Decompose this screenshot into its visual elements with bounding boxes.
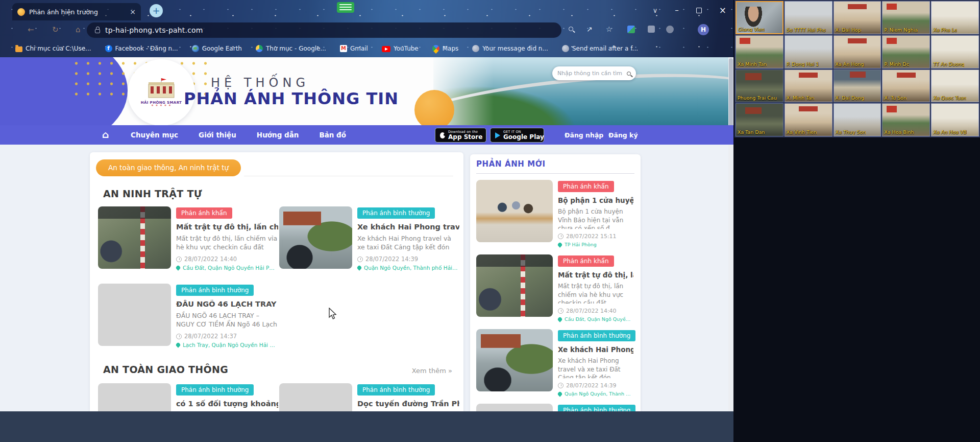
report-card[interactable]: Phản ánh bình thường ĐẦU NGÕ 46 LẠCH TRA… — [98, 284, 279, 348]
new-report-card[interactable]: Phản ánh bình thường ĐẦU NGÕ 46 LẠCH... — [476, 404, 634, 411]
translate-extension-icon[interactable] — [627, 26, 635, 33]
video-tile[interactable]: Xa Thuy Son — [834, 103, 881, 136]
video-tile[interactable]: Xa An Hoa VB — [931, 103, 979, 136]
bookmark-item[interactable]: Google Earth — [192, 45, 242, 52]
bookmark-star-icon[interactable]: ☆ — [606, 25, 612, 33]
report-title[interactable]: Xe khách Hai Phong... — [558, 345, 633, 354]
video-tile[interactable]: X. Dai Hop — [834, 1, 881, 34]
window-chevron-icon[interactable]: ∨ — [653, 7, 658, 14]
bookmark-item[interactable]: Chỉ mục của C:\Use... — [15, 45, 91, 52]
tab-close-icon[interactable]: × — [130, 8, 136, 16]
report-description: Mất trật tự đô thị, lấn chiếm vỉa hè khu… — [176, 234, 278, 251]
see-more-link[interactable]: Xem thêm » — [412, 367, 452, 375]
reload-icon[interactable]: ↻ — [52, 25, 59, 34]
report-description: Mất trật tự đô thị, lấn chiếm vỉa hè khu… — [558, 282, 633, 304]
video-tile[interactable]: So TTTT Hai Pho — [785, 1, 832, 34]
new-report-card[interactable]: Phản ánh khẩn Bộ phận 1 cửa huyện Vĩ... … — [476, 180, 634, 247]
new-report-card[interactable]: Phản ánh bình thường Xe khách Hai Phong.… — [476, 329, 634, 397]
video-tile[interactable]: Xa Tan Dan — [736, 103, 783, 136]
new-report-card[interactable]: Phản ánh khẩn Mất trật tự đô thị, lấn...… — [476, 254, 634, 322]
chip-divider — [244, 176, 453, 176]
video-tile[interactable]: X. Tu Son — [882, 69, 930, 103]
participant-name-label: Xa Thuy Son — [836, 129, 866, 135]
site-search-input[interactable] — [557, 70, 623, 77]
video-tile[interactable]: P. Niem Nghia — [882, 1, 930, 34]
browser-tab[interactable]: Phản ánh hiện trường × — [12, 3, 141, 20]
video-tile[interactable]: Xa Hoa Binh — [882, 103, 930, 136]
bookmark-item[interactable]: Facebook - Đăng n... — [105, 45, 178, 52]
report-title[interactable]: ĐẦU NGÕ 46 LẠCH TRAY –... — [176, 300, 278, 308]
window-close-button[interactable]: × — [719, 5, 726, 15]
search-icon[interactable] — [627, 72, 631, 76]
window-maximize-button[interactable] — [696, 8, 702, 13]
bookmark-item[interactable]: Thư mục - Google... — [256, 45, 326, 52]
extension-icon[interactable] — [666, 26, 674, 33]
bookmark-label: Google Earth — [202, 45, 242, 52]
video-tile[interactable]: X. Minh Tan — [785, 69, 832, 103]
nav-home-icon[interactable]: ⌂ — [102, 129, 109, 140]
bookmark-item[interactable]: Send email after a f... — [562, 45, 638, 52]
participant-name-label: Xa An Hoa VB — [933, 129, 967, 135]
video-tile[interactable]: Xa Minh Tan — [736, 35, 783, 68]
url-bar[interactable]: tp-hai-phong.vts-paht.com — [87, 22, 561, 38]
nav-menu-item[interactable]: Giới thiệu — [199, 131, 236, 139]
nav-menu-item[interactable]: Bản đồ — [319, 131, 346, 139]
extensions-puzzle-icon[interactable] — [648, 26, 655, 33]
video-tile[interactable]: P. Minh Dc — [882, 35, 930, 68]
bookmark-label: Your message did n... — [482, 45, 548, 52]
bookmark-item[interactable]: Gmail — [340, 45, 368, 52]
bookmark-favicon-icon — [15, 46, 22, 52]
apple-icon — [440, 132, 445, 138]
back-icon[interactable]: ← — [28, 25, 34, 34]
report-card[interactable]: Phản ánh khẩn Mất trật tự đô thị, lấn ch… — [98, 206, 279, 271]
video-tile[interactable]: Xa An Hong — [834, 35, 881, 68]
nav-menu-item[interactable]: Hướng dẫn — [257, 131, 299, 139]
video-tile[interactable]: Xa Quoc Tuan — [931, 69, 979, 103]
extension-menu-icon[interactable] — [337, 2, 354, 13]
report-location: Cầu Đất, Quận Ngô Quyền Hải Phòng — [176, 265, 278, 271]
video-tile[interactable]: Xa Vinh Tien — [785, 103, 832, 136]
site-search-box[interactable] — [552, 66, 636, 80]
report-card[interactable]: Phản ánh bình thường Dọc tuyến đường Trầ… — [279, 383, 460, 411]
bookmark-item[interactable]: YouTube — [382, 45, 419, 52]
page-scrollbar[interactable] — [728, 57, 733, 411]
report-type-badge: Phản ánh bình thường — [176, 285, 254, 296]
zoom-search-icon[interactable] — [569, 27, 573, 31]
video-tile[interactable]: P. Dong Hai 1 — [785, 35, 832, 68]
report-description: ĐẦU NGÕ 46 LẠCH TRAY – NGUY CƠ TIỀM ẨN N… — [176, 311, 278, 329]
nav-menu-item[interactable]: Chuyên mục — [131, 131, 178, 139]
report-title[interactable]: Mất trật tự đô thị, lấn... — [558, 271, 633, 279]
bookmark-item[interactable]: Maps — [432, 45, 459, 52]
home-icon[interactable]: ⌂ — [76, 25, 81, 34]
location-pin-icon — [557, 316, 562, 322]
video-tile[interactable]: Xa Pha Le — [931, 1, 979, 34]
video-tile[interactable]: Phuong Trai Cau — [736, 69, 783, 103]
clock-icon — [558, 308, 564, 314]
login-link[interactable]: Đăng nhập — [565, 131, 603, 139]
report-title[interactable]: có 1 số đối tượng khoảng 14... — [176, 400, 278, 408]
window-minimize-button[interactable]: – — [675, 6, 679, 15]
report-title[interactable]: Xe khách Hai Phong travel v... — [357, 223, 459, 231]
report-title[interactable]: Mất trật tự đô thị, lấn chiếm... — [176, 223, 278, 231]
video-tile[interactable]: Giang Vien — [736, 1, 783, 34]
main-content-panel: An toàn giao thông, An ninh trật tự AN N… — [90, 152, 463, 411]
new-tab-button[interactable]: + — [150, 4, 163, 17]
report-location: Cầu Đất, Quận Ngô Quyền Hải Phòng — [558, 316, 633, 322]
googleplay-badge[interactable]: GET IT ON Google Play — [490, 128, 544, 143]
register-link[interactable]: Đăng ký — [608, 131, 638, 139]
appstore-badge[interactable]: Download on the App Store — [435, 128, 486, 143]
video-tile[interactable]: X. Dai Dong — [834, 69, 881, 103]
profile-avatar[interactable]: H — [698, 24, 709, 35]
scrollbar-thumb[interactable] — [729, 58, 733, 135]
category-chip[interactable]: An toàn giao thông, An ninh trật tự — [96, 159, 241, 176]
report-title[interactable]: Bộ phận 1 cửa huyện Vĩ... — [558, 196, 633, 204]
share-icon[interactable]: ↗ — [586, 25, 593, 33]
logo-stars: * * * * * — [151, 106, 171, 108]
report-card[interactable]: Phản ánh bình thường có 1 số đối tượng k… — [98, 383, 279, 411]
report-title[interactable]: Dọc tuyến đường Trần Phú,... — [357, 400, 459, 408]
clock-icon — [558, 234, 564, 239]
bookmark-item[interactable]: Your message did n... — [472, 45, 548, 52]
video-tile[interactable]: TT An Duong — [931, 35, 979, 68]
header-orange-accent — [414, 90, 454, 125]
report-card[interactable]: Phản ánh bình thường Xe khách Hai Phong … — [279, 206, 460, 271]
